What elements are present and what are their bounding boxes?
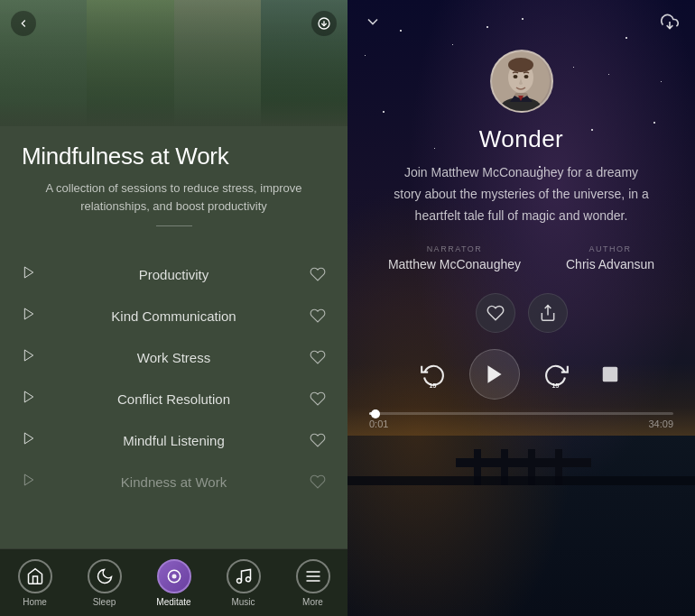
nav-music-label: Music (231, 597, 255, 607)
collection-title: Mindfulness at Work (22, 143, 326, 170)
svg-point-10 (236, 578, 241, 583)
track-name: Kindness at Work (40, 474, 308, 490)
author-value: Chris Advansun (566, 257, 654, 271)
svg-point-11 (246, 576, 250, 581)
narrator-col: NARRATOR Matthew McConaughey (388, 244, 521, 271)
track-item[interactable]: Kind Communication (0, 295, 348, 336)
play-icon (22, 431, 40, 449)
svg-marker-2 (24, 267, 32, 278)
track-item[interactable]: Productivity (0, 253, 348, 295)
track-name: Mindful Listening (40, 433, 308, 448)
progress-dot (371, 409, 380, 418)
play-icon (22, 307, 40, 325)
current-time: 0:01 (369, 418, 388, 429)
home-icon-wrap (18, 559, 52, 593)
track-item[interactable]: Conflict Resolution (0, 378, 348, 419)
author-col: AUTHOR Chris Advansun (566, 244, 654, 271)
nav-music[interactable]: Music (217, 559, 271, 607)
track-item[interactable]: Mindful Listening (0, 419, 348, 461)
right-header (348, 0, 695, 47)
cloud-download-button[interactable] (661, 13, 679, 34)
svg-marker-6 (24, 433, 32, 444)
track-item[interactable]: Work Stress (0, 336, 348, 378)
share-button[interactable] (528, 293, 568, 333)
progress-area: 0:01 34:09 (348, 400, 695, 437)
sleep-icon-wrap (88, 559, 122, 593)
stop-button[interactable] (592, 356, 628, 392)
play-icon (22, 473, 40, 491)
total-time: 34:09 (648, 418, 673, 429)
right-panel: Wonder Join Matthew McConaughey for a dr… (348, 0, 695, 616)
narrator-avatar (490, 50, 553, 113)
heart-icon[interactable] (308, 308, 326, 324)
nav-meditate[interactable]: Meditate (147, 559, 201, 607)
play-icon (22, 348, 40, 366)
nav-more[interactable]: More (286, 559, 340, 607)
heart-icon[interactable] (308, 349, 326, 365)
like-button[interactable] (476, 293, 515, 333)
left-header: Mindfulness at Work A collection of sess… (0, 126, 348, 250)
chevron-down-button[interactable] (364, 13, 382, 34)
nav-sleep-label: Sleep (93, 597, 116, 607)
author-label: AUTHOR (589, 244, 632, 253)
hero-image (0, 0, 348, 126)
svg-marker-4 (24, 350, 32, 361)
svg-marker-7 (24, 474, 32, 485)
track-list: Productivity Kind Communication Work S (0, 250, 348, 548)
time-labels: 0:01 34:09 (369, 418, 673, 429)
nav-sleep[interactable]: Sleep (78, 559, 132, 607)
action-buttons (476, 293, 568, 333)
narrator-value: Matthew McConaughey (388, 257, 521, 271)
narrator-label: NARRATOR (427, 244, 483, 253)
track-name: Conflict Resolution (40, 391, 308, 407)
collection-subtitle: A collection of sessions to reduce stres… (22, 179, 326, 215)
svg-point-9 (171, 574, 176, 578)
progress-bar[interactable] (369, 412, 673, 415)
svg-point-27 (514, 75, 518, 78)
svg-rect-31 (602, 367, 617, 382)
left-panel: Mindfulness at Work A collection of sess… (0, 0, 348, 616)
nav-home-label: Home (23, 597, 47, 607)
track-item-locked[interactable]: Kindness at Work (0, 461, 348, 502)
track-name: Kind Communication (40, 308, 308, 324)
svg-point-26 (508, 58, 533, 72)
narrator-author-info: NARRATOR Matthew McConaughey AUTHOR Chri… (388, 244, 654, 271)
skip-forward-button[interactable]: 15 (538, 356, 574, 392)
music-icon-wrap (227, 559, 261, 593)
svg-point-28 (524, 75, 529, 78)
heart-icon[interactable] (308, 473, 326, 490)
play-button[interactable] (469, 349, 520, 400)
skip-back-button[interactable]: 15 (415, 356, 451, 392)
heart-icon[interactable] (308, 391, 326, 407)
svg-marker-30 (487, 366, 501, 384)
svg-marker-3 (24, 308, 32, 319)
divider (156, 225, 192, 226)
svg-marker-5 (24, 391, 32, 402)
heart-icon[interactable] (308, 432, 326, 448)
play-icon (22, 390, 40, 408)
meditate-icon-wrap (157, 559, 191, 593)
bottom-nav: Home Sleep Meditate Music More (0, 548, 348, 616)
play-icon (22, 265, 40, 283)
back-button[interactable] (11, 11, 36, 36)
heart-icon[interactable] (308, 266, 326, 282)
more-icon-wrap (296, 559, 330, 593)
nav-home[interactable]: Home (8, 559, 62, 607)
story-title: Wonder (479, 125, 564, 153)
right-main-content: Wonder Join Matthew McConaughey for a dr… (348, 0, 695, 616)
nav-more-label: More (302, 597, 323, 607)
download-button[interactable] (311, 11, 337, 36)
track-name: Work Stress (40, 350, 308, 365)
player-controls: 15 15 (415, 349, 628, 400)
story-description: Join Matthew McConaughey for a dreamy st… (368, 162, 675, 226)
left-content: Mindfulness at Work A collection of sess… (0, 126, 348, 548)
nav-meditate-label: Meditate (156, 597, 190, 607)
track-name: Productivity (40, 267, 308, 282)
